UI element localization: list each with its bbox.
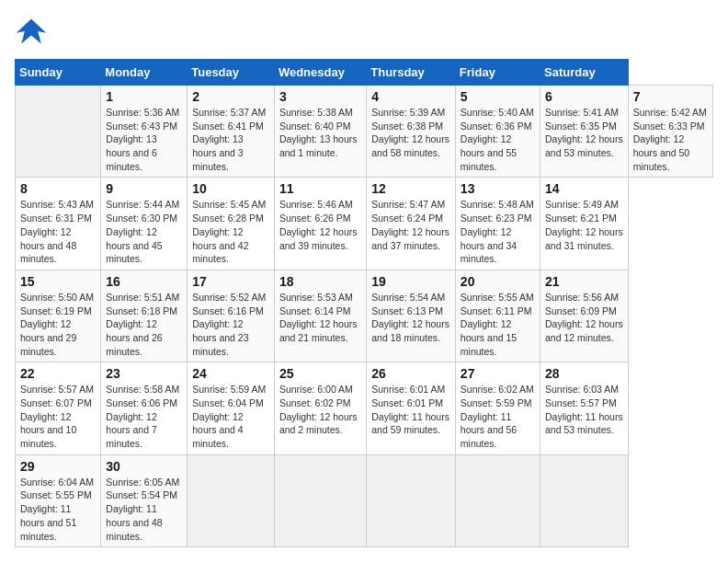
day-info: Sunrise: 5:53 AM Sunset: 6:14 PM Dayligh… [279, 291, 361, 345]
day-number: 14 [545, 181, 623, 196]
weekday-header: Monday [101, 60, 188, 86]
weekday-header: Tuesday [188, 60, 275, 86]
day-number: 29 [20, 459, 96, 474]
page-header [15, 15, 713, 48]
calendar-day-cell: 12 Sunrise: 5:47 AM Sunset: 6:24 PM Dayl… [367, 178, 456, 270]
weekday-header: Sunday [16, 60, 101, 86]
day-info: Sunrise: 5:47 AM Sunset: 6:24 PM Dayligh… [371, 198, 450, 252]
day-info: Sunrise: 6:04 AM Sunset: 5:55 PM Dayligh… [20, 476, 96, 543]
day-info: Sunrise: 6:02 AM Sunset: 5:59 PM Dayligh… [461, 383, 535, 450]
day-info: Sunrise: 5:58 AM Sunset: 6:06 PM Dayligh… [106, 383, 182, 450]
calendar-day-cell: 15 Sunrise: 5:50 AM Sunset: 6:19 PM Dayl… [16, 270, 101, 362]
calendar-day-cell: 7 Sunrise: 5:42 AM Sunset: 6:33 PM Dayli… [628, 86, 712, 178]
day-number: 13 [461, 181, 535, 196]
calendar-day-cell [16, 86, 101, 178]
calendar-day-cell: 27 Sunrise: 6:02 AM Sunset: 5:59 PM Dayl… [455, 362, 540, 454]
calendar-day-cell: 10 Sunrise: 5:45 AM Sunset: 6:28 PM Dayl… [188, 178, 275, 270]
calendar-day-cell: 16 Sunrise: 5:51 AM Sunset: 6:18 PM Dayl… [101, 270, 188, 362]
calendar-day-cell: 25 Sunrise: 6:00 AM Sunset: 6:02 PM Dayl… [274, 362, 366, 454]
calendar-day-cell: 11 Sunrise: 5:46 AM Sunset: 6:26 PM Dayl… [274, 178, 366, 270]
calendar-day-cell: 22 Sunrise: 5:57 AM Sunset: 6:07 PM Dayl… [16, 362, 101, 454]
day-number: 6 [545, 89, 623, 104]
calendar-week-row: 8 Sunrise: 5:43 AM Sunset: 6:31 PM Dayli… [16, 178, 713, 270]
day-info: Sunrise: 5:38 AM Sunset: 6:40 PM Dayligh… [279, 106, 361, 160]
day-number: 16 [106, 274, 182, 289]
calendar-day-cell [188, 454, 275, 546]
day-info: Sunrise: 5:39 AM Sunset: 6:38 PM Dayligh… [371, 106, 450, 160]
day-info: Sunrise: 5:44 AM Sunset: 6:30 PM Dayligh… [106, 198, 182, 265]
day-number: 19 [371, 274, 450, 289]
day-number: 22 [20, 366, 96, 381]
day-number: 10 [192, 181, 269, 196]
calendar-day-cell: 21 Sunrise: 5:56 AM Sunset: 6:09 PM Dayl… [540, 270, 629, 362]
day-number: 26 [371, 366, 450, 381]
calendar-day-cell: 2 Sunrise: 5:37 AM Sunset: 6:41 PM Dayli… [188, 86, 275, 178]
day-number: 8 [20, 181, 96, 196]
calendar-day-cell: 5 Sunrise: 5:40 AM Sunset: 6:36 PM Dayli… [455, 86, 540, 178]
day-info: Sunrise: 5:45 AM Sunset: 6:28 PM Dayligh… [192, 198, 269, 265]
day-number: 18 [279, 274, 361, 289]
day-info: Sunrise: 5:49 AM Sunset: 6:21 PM Dayligh… [545, 198, 623, 252]
day-info: Sunrise: 5:37 AM Sunset: 6:41 PM Dayligh… [192, 106, 269, 173]
calendar-day-cell [367, 454, 456, 546]
logo [15, 15, 53, 48]
day-info: Sunrise: 5:52 AM Sunset: 6:16 PM Dayligh… [192, 291, 269, 358]
day-number: 27 [461, 366, 535, 381]
calendar-day-cell [455, 454, 540, 546]
svg-marker-0 [17, 19, 46, 44]
calendar-day-cell: 6 Sunrise: 5:41 AM Sunset: 6:35 PM Dayli… [540, 86, 629, 178]
calendar-day-cell: 1 Sunrise: 5:36 AM Sunset: 6:43 PM Dayli… [101, 86, 188, 178]
day-number: 15 [20, 274, 96, 289]
day-info: Sunrise: 6:01 AM Sunset: 6:01 PM Dayligh… [371, 383, 450, 437]
calendar-table: SundayMondayTuesdayWednesdayThursdayFrid… [15, 59, 713, 547]
weekday-header: Wednesday [274, 60, 366, 86]
day-info: Sunrise: 5:36 AM Sunset: 6:43 PM Dayligh… [106, 106, 182, 173]
day-number: 3 [279, 89, 361, 104]
day-number: 12 [371, 181, 450, 196]
calendar-day-cell: 13 Sunrise: 5:48 AM Sunset: 6:23 PM Dayl… [455, 178, 540, 270]
day-info: Sunrise: 6:00 AM Sunset: 6:02 PM Dayligh… [279, 383, 361, 437]
day-number: 23 [106, 366, 182, 381]
day-number: 28 [545, 366, 623, 381]
day-info: Sunrise: 6:05 AM Sunset: 5:54 PM Dayligh… [106, 476, 182, 543]
day-info: Sunrise: 5:40 AM Sunset: 6:36 PM Dayligh… [461, 106, 535, 173]
day-info: Sunrise: 5:48 AM Sunset: 6:23 PM Dayligh… [461, 198, 535, 265]
logo-bird-icon [15, 15, 48, 48]
day-number: 24 [192, 366, 269, 381]
calendar-day-cell [274, 454, 366, 546]
day-number: 4 [371, 89, 450, 104]
day-number: 7 [633, 89, 708, 104]
day-info: Sunrise: 5:43 AM Sunset: 6:31 PM Dayligh… [20, 198, 96, 265]
day-info: Sunrise: 5:59 AM Sunset: 6:04 PM Dayligh… [192, 383, 269, 450]
calendar-week-row: 29 Sunrise: 6:04 AM Sunset: 5:55 PM Dayl… [16, 454, 713, 546]
calendar-day-cell: 20 Sunrise: 5:55 AM Sunset: 6:11 PM Dayl… [455, 270, 540, 362]
weekday-header: Friday [455, 60, 540, 86]
calendar-week-row: 15 Sunrise: 5:50 AM Sunset: 6:19 PM Dayl… [16, 270, 713, 362]
day-number: 9 [106, 181, 182, 196]
calendar-day-cell: 4 Sunrise: 5:39 AM Sunset: 6:38 PM Dayli… [367, 86, 456, 178]
calendar-day-cell: 8 Sunrise: 5:43 AM Sunset: 6:31 PM Dayli… [16, 178, 101, 270]
weekday-header: Saturday [540, 60, 629, 86]
day-info: Sunrise: 5:42 AM Sunset: 6:33 PM Dayligh… [633, 106, 708, 173]
day-info: Sunrise: 5:55 AM Sunset: 6:11 PM Dayligh… [461, 291, 535, 358]
day-number: 5 [461, 89, 535, 104]
day-number: 20 [461, 274, 535, 289]
day-info: Sunrise: 6:03 AM Sunset: 5:57 PM Dayligh… [545, 383, 623, 437]
day-number: 30 [106, 459, 182, 474]
day-info: Sunrise: 5:46 AM Sunset: 6:26 PM Dayligh… [279, 198, 361, 252]
day-info: Sunrise: 5:50 AM Sunset: 6:19 PM Dayligh… [20, 291, 96, 358]
day-info: Sunrise: 5:57 AM Sunset: 6:07 PM Dayligh… [20, 383, 96, 450]
calendar-day-cell: 18 Sunrise: 5:53 AM Sunset: 6:14 PM Dayl… [274, 270, 366, 362]
day-number: 11 [279, 181, 361, 196]
day-number: 25 [279, 366, 361, 381]
day-info: Sunrise: 5:56 AM Sunset: 6:09 PM Dayligh… [545, 291, 623, 345]
calendar-week-row: 1 Sunrise: 5:36 AM Sunset: 6:43 PM Dayli… [16, 86, 713, 178]
calendar-day-cell: 24 Sunrise: 5:59 AM Sunset: 6:04 PM Dayl… [188, 362, 275, 454]
day-info: Sunrise: 5:54 AM Sunset: 6:13 PM Dayligh… [371, 291, 450, 345]
day-info: Sunrise: 5:41 AM Sunset: 6:35 PM Dayligh… [545, 106, 623, 160]
calendar-day-cell: 19 Sunrise: 5:54 AM Sunset: 6:13 PM Dayl… [367, 270, 456, 362]
day-number: 17 [192, 274, 269, 289]
calendar-day-cell: 9 Sunrise: 5:44 AM Sunset: 6:30 PM Dayli… [101, 178, 188, 270]
calendar-week-row: 22 Sunrise: 5:57 AM Sunset: 6:07 PM Dayl… [16, 362, 713, 454]
calendar-day-cell: 17 Sunrise: 5:52 AM Sunset: 6:16 PM Dayl… [188, 270, 275, 362]
